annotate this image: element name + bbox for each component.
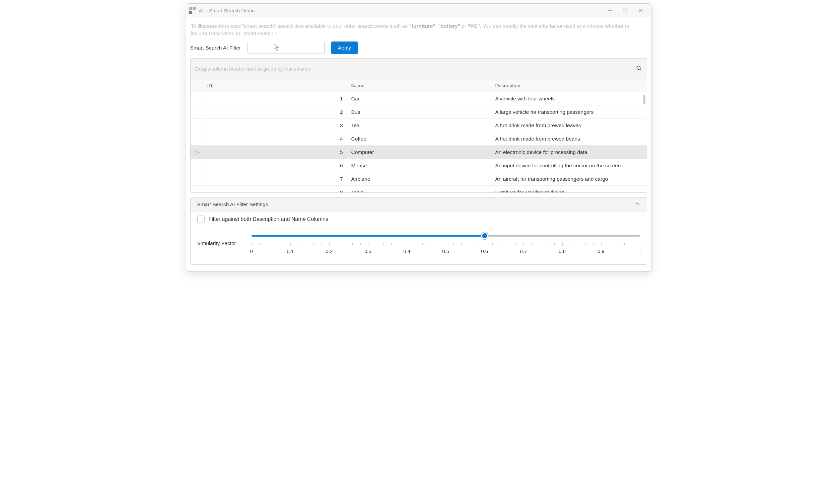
cell-description[interactable]: A vehicle with four wheels — [492, 92, 647, 105]
slider-tick-label: 0.2 — [325, 248, 333, 254]
app-window: AI – Smart Search Demo To illustrate AI-… — [186, 3, 652, 272]
slider-ticks — [251, 243, 640, 247]
cell-name[interactable]: Table — [348, 186, 492, 192]
app-icon — [189, 7, 196, 14]
chevron-up-icon — [635, 201, 640, 208]
table-row[interactable]: 7AirplaneAn aircraft for transporting pa… — [191, 172, 647, 186]
cell-name[interactable]: Bus — [348, 106, 492, 118]
row-indicator — [191, 172, 204, 185]
cell-id[interactable]: 7 — [204, 172, 348, 185]
filter-input[interactable] — [248, 42, 324, 54]
cell-description[interactable]: A hot drink made from brewed beans — [492, 132, 647, 145]
svg-rect-1 — [624, 9, 627, 12]
cell-id[interactable]: 2 — [204, 106, 348, 118]
row-indicator — [191, 106, 204, 118]
table-row[interactable]: 8TableFurniture for working or dining — [191, 186, 647, 192]
svg-point-4 — [637, 66, 640, 70]
slider-tick-label: 0.6 — [481, 248, 488, 254]
cell-name[interactable]: Computer — [348, 146, 492, 158]
cell-name[interactable]: Tea — [348, 119, 492, 132]
group-panel[interactable]: Drag a column header here to group by th… — [191, 59, 647, 79]
slider-tick-label: 0.7 — [520, 248, 527, 254]
slider-labels: 00.10.20.30.40.50.60.70.80.91 — [251, 248, 640, 256]
cell-description[interactable]: An aircraft for transporting passengers … — [492, 172, 647, 185]
slider-tick-label: 0.4 — [403, 248, 410, 254]
table-row[interactable]: 6MouseAn input device for controlling th… — [191, 159, 647, 172]
row-indicator — [191, 186, 204, 192]
filter-both-checkbox-row: Filter against both Description and Name… — [197, 216, 640, 223]
settings-body: Filter against both Description and Name… — [191, 211, 647, 264]
slider-tick-label: 0.3 — [364, 248, 371, 254]
cell-description[interactable]: Furniture for working or dining — [492, 186, 647, 192]
search-icon[interactable] — [636, 65, 642, 72]
similarity-label: Simularity Factor — [197, 240, 236, 246]
cell-id[interactable]: 1 — [204, 92, 348, 105]
grid-body[interactable]: 1CarA vehicle with four wheels2BusA larg… — [191, 92, 647, 192]
row-indicator — [191, 119, 204, 132]
data-grid: Drag a column header here to group by th… — [190, 58, 647, 193]
settings-title: Smart Search AI Filter Settings — [197, 202, 268, 207]
cell-name[interactable]: Mouse — [348, 159, 492, 172]
group-hint: Drag a column header here to group by th… — [195, 66, 310, 72]
row-indicator-header — [191, 79, 204, 92]
table-row[interactable]: 1CarA vehicle with four wheels — [191, 92, 647, 106]
intro-text: To illustrate AI-related "smart search" … — [191, 22, 647, 37]
apply-button[interactable]: Apply — [331, 41, 358, 54]
settings-header[interactable]: Smart Search AI Filter Settings — [191, 198, 647, 211]
slider-fill — [251, 235, 485, 237]
filter-both-label: Filter against both Description and Name… — [209, 216, 328, 222]
cell-id[interactable]: 5 — [204, 146, 348, 158]
filter-label: Smart Search AI Filter — [190, 45, 241, 51]
slider-tick-label: 0.5 — [442, 248, 449, 254]
slider-tick-label: 0 — [250, 248, 253, 254]
column-header-description[interactable]: Description — [492, 79, 647, 92]
settings-panel: Smart Search AI Filter Settings Filter a… — [190, 198, 647, 265]
slider-tick-label: 0.9 — [598, 248, 605, 254]
titlebar: AI – Smart Search Demo — [186, 4, 651, 17]
cell-description[interactable]: A hot drink made from brewed leaves — [492, 119, 647, 132]
cell-id[interactable]: 8 — [204, 186, 348, 192]
close-button[interactable] — [633, 4, 648, 17]
slider-tick-label: 1 — [638, 248, 641, 254]
maximize-button[interactable] — [618, 4, 633, 17]
slider-thumb[interactable] — [481, 232, 488, 239]
column-header-name[interactable]: Name — [348, 79, 492, 92]
cell-description[interactable]: An electronic device for processing data — [492, 146, 647, 158]
grid-header: ID Name Description — [191, 79, 647, 92]
cell-name[interactable]: Coffee — [348, 132, 492, 145]
slider-tick-label: 0.8 — [559, 248, 566, 254]
filter-row: Smart Search AI Filter Apply — [190, 41, 647, 54]
filter-both-checkbox[interactable] — [197, 216, 204, 223]
row-indicator — [191, 132, 204, 145]
row-indicator — [191, 159, 204, 172]
cell-description[interactable]: An input device for controlling the curs… — [492, 159, 647, 172]
cell-name[interactable]: Car — [348, 92, 492, 105]
content-area: To illustrate AI-related "smart search" … — [186, 17, 651, 272]
cell-description[interactable]: A large vehicle for transporting passeng… — [492, 106, 647, 118]
table-row[interactable]: 4CoffeeA hot drink made from brewed bean… — [191, 132, 647, 146]
cell-name[interactable]: Airplane — [348, 172, 492, 185]
window-title: AI – Smart Search Demo — [199, 8, 255, 13]
scrollbar-thumb[interactable] — [643, 95, 645, 104]
minimize-button[interactable] — [602, 4, 618, 17]
row-indicator — [191, 92, 204, 105]
cell-id[interactable]: 6 — [204, 159, 348, 172]
similarity-slider-row: Simularity Factor 00.10.20.30.40.50.60.7… — [197, 231, 640, 256]
table-row[interactable]: 2BusA large vehicle for transporting pas… — [191, 106, 647, 119]
table-row[interactable]: 3TeaA hot drink made from brewed leaves — [191, 119, 647, 132]
cell-id[interactable]: 4 — [204, 132, 348, 145]
column-header-id[interactable]: ID — [204, 79, 348, 92]
cell-id[interactable]: 3 — [204, 119, 348, 132]
table-row[interactable]: ▷5ComputerAn electronic device for proce… — [191, 146, 647, 159]
slider-tick-label: 0.1 — [287, 248, 294, 254]
row-indicator: ▷ — [191, 146, 204, 158]
svg-line-5 — [640, 69, 641, 71]
similarity-slider[interactable]: 00.10.20.30.40.50.60.70.80.91 — [251, 231, 640, 256]
